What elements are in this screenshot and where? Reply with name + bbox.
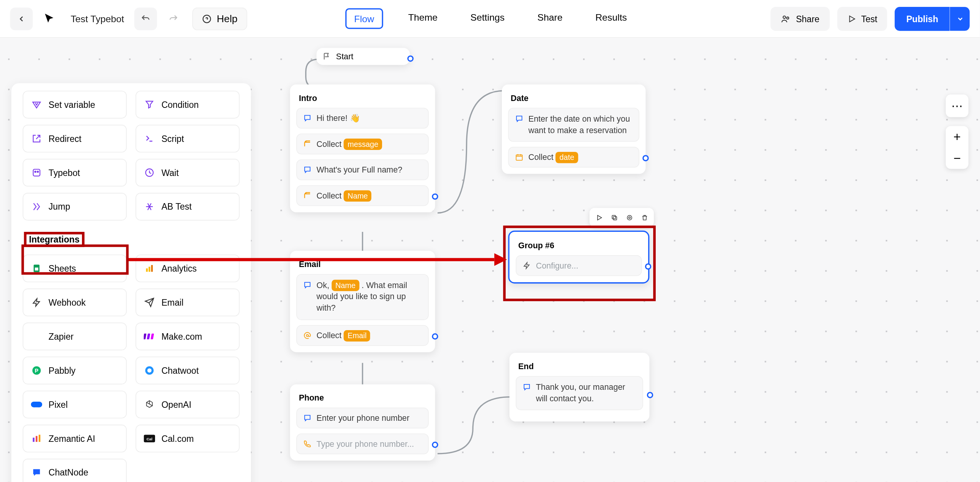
svg-rect-24: [33, 438, 34, 442]
block-chatnode[interactable]: ChatNode: [23, 459, 127, 482]
block-calcom[interactable]: CalCal.com: [136, 425, 240, 452]
toolbar-copy[interactable]: [607, 210, 621, 224]
svg-point-2: [787, 17, 789, 19]
nav-tabs: Flow Theme Settings Share Results: [345, 8, 634, 29]
email-title: Email: [299, 260, 426, 269]
svg-point-1: [783, 16, 786, 18]
svg-rect-5: [33, 169, 40, 176]
svg-rect-13: [151, 265, 153, 272]
svg-text:Cal: Cal: [147, 437, 153, 441]
test-label: Test: [861, 13, 877, 23]
highlight-webhook: [21, 244, 129, 275]
toolbar-target[interactable]: [622, 210, 636, 224]
intro-collect-name[interactable]: Collect Name: [296, 185, 429, 206]
help-label: Help: [217, 13, 237, 24]
block-pixel[interactable]: Pixel: [23, 391, 127, 418]
share-button[interactable]: Share: [771, 7, 830, 31]
zoom-controls: + −: [946, 126, 969, 169]
email-collect[interactable]: Collect Email: [296, 325, 429, 345]
svg-point-35: [628, 217, 630, 218]
svg-rect-16: [150, 334, 154, 339]
intro-msg2[interactable]: What's your Full name?: [296, 160, 429, 180]
node-date[interactable]: Date Enter the date on which you want to…: [502, 85, 646, 174]
phone-msg[interactable]: Enter your phone number: [296, 408, 429, 428]
redo-button[interactable]: [162, 7, 185, 30]
svg-marker-31: [597, 215, 601, 220]
tab-share[interactable]: Share: [530, 8, 570, 29]
blocks-panel: Set variable Condition Redirect Script T…: [11, 83, 251, 482]
svg-rect-26: [39, 435, 40, 442]
node-intro[interactable]: Intro Hi there! 👋 Collect message What's…: [290, 85, 435, 212]
svg-rect-33: [612, 215, 615, 218]
block-chatwoot[interactable]: Chatwoot: [136, 357, 240, 384]
email-msg[interactable]: Ok, Name . What email would you like to …: [296, 274, 429, 320]
help-button[interactable]: Help: [192, 7, 247, 30]
block-zemantic[interactable]: Zemantic AI: [23, 425, 127, 452]
intro-msg1[interactable]: Hi there! 👋: [296, 108, 429, 129]
block-zapier[interactable]: Zapier: [23, 322, 127, 350]
block-analytics[interactable]: Analytics: [136, 254, 240, 282]
block-redirect[interactable]: Redirect: [23, 125, 127, 152]
tab-results[interactable]: Results: [588, 8, 634, 29]
end-msg[interactable]: Thank you, our manager will contact you.: [516, 376, 643, 410]
node-email[interactable]: Email Ok, Name . What email would you li…: [290, 251, 435, 352]
date-collect[interactable]: Collect date: [508, 147, 639, 168]
svg-marker-3: [849, 16, 854, 21]
publish-button[interactable]: Publish: [895, 7, 950, 31]
svg-point-6: [35, 171, 36, 172]
zoom-in[interactable]: +: [946, 126, 969, 147]
svg-rect-30: [516, 155, 522, 160]
block-pabbly[interactable]: PPabbly: [23, 357, 127, 384]
phone-input[interactable]: Type your phone number...: [296, 433, 429, 454]
publish-dropdown[interactable]: [949, 7, 970, 31]
intro-title: Intro: [299, 93, 426, 103]
svg-rect-12: [149, 267, 150, 272]
block-webhook[interactable]: Webhook: [23, 288, 127, 316]
tab-theme[interactable]: Theme: [400, 8, 445, 29]
toolbar-delete[interactable]: [637, 210, 651, 224]
block-abtest[interactable]: AB Test: [136, 193, 240, 220]
toolbar-play[interactable]: [592, 210, 606, 224]
test-button[interactable]: Test: [837, 7, 887, 31]
header: Test Typebot Help Flow Theme Settings Sh…: [0, 0, 980, 38]
svg-rect-25: [36, 436, 37, 442]
block-set-variable[interactable]: Set variable: [23, 91, 127, 118]
zoom-out[interactable]: −: [946, 147, 969, 169]
svg-text:P: P: [35, 368, 39, 374]
node-phone[interactable]: Phone Enter your phone number Type your …: [290, 384, 435, 461]
node-end[interactable]: End Thank you, our manager will contact …: [510, 353, 650, 422]
intro-collect-msg[interactable]: Collect message: [296, 134, 429, 154]
block-condition[interactable]: Condition: [136, 91, 240, 118]
date-msg[interactable]: Enter the date on which you want to make…: [508, 108, 639, 142]
tab-settings[interactable]: Settings: [463, 8, 512, 29]
block-openai[interactable]: OpenAI: [136, 391, 240, 418]
tab-flow[interactable]: Flow: [345, 8, 383, 29]
block-email[interactable]: Email: [136, 288, 240, 316]
block-wait[interactable]: Wait: [136, 159, 240, 186]
share-label: Share: [796, 13, 820, 23]
highlight-group6: [503, 226, 656, 301]
svg-rect-23: [34, 402, 39, 407]
svg-rect-11: [146, 269, 148, 272]
phone-title: Phone: [299, 393, 426, 403]
svg-point-20: [147, 368, 152, 373]
canvas[interactable]: Set variable Condition Redirect Script T…: [0, 38, 980, 482]
flow-title[interactable]: Test Typebot: [70, 13, 124, 24]
node-toolbar: [590, 208, 654, 227]
block-make[interactable]: Make.com: [136, 322, 240, 350]
more-button[interactable]: ⋯: [946, 94, 969, 117]
svg-rect-14: [144, 334, 147, 339]
block-script[interactable]: Script: [136, 125, 240, 152]
start-label: Start: [336, 52, 353, 61]
svg-point-7: [37, 171, 38, 172]
undo-button[interactable]: [134, 7, 157, 30]
svg-rect-15: [147, 334, 150, 339]
node-start[interactable]: Start: [317, 48, 410, 65]
cursor-icon[interactable]: [38, 7, 60, 30]
block-typebot[interactable]: Typebot: [23, 159, 127, 186]
date-title: Date: [511, 93, 637, 103]
svg-rect-32: [613, 216, 616, 220]
end-title: End: [518, 362, 641, 371]
block-jump[interactable]: Jump: [23, 193, 127, 220]
back-button[interactable]: [10, 7, 33, 30]
